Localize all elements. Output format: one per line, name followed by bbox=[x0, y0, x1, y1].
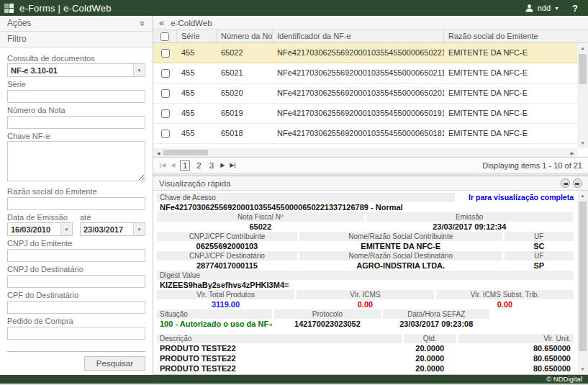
table-row[interactable]: 455 65019 NFe421703062556920001035545500… bbox=[153, 104, 588, 124]
nota-fiscal-label: Nota Fiscal Nº bbox=[157, 212, 364, 222]
row-checkbox[interactable] bbox=[161, 49, 170, 58]
scroll-up-icon[interactable]: ▲ bbox=[577, 43, 588, 53]
user-name: ndd bbox=[538, 4, 551, 12]
col-numero[interactable]: Número da Nota bbox=[217, 30, 273, 42]
col-serie[interactable]: Série bbox=[177, 30, 217, 42]
nome-contribuinte-label: Nome/Razão Social Contribuinte bbox=[299, 232, 502, 241]
nota-fiscal-value: 65022 bbox=[157, 222, 364, 232]
previous-document-button[interactable]: ◀◀ bbox=[561, 178, 570, 188]
cnpj-emitente-input[interactable] bbox=[7, 249, 145, 262]
first-page-button[interactable]: ◀ bbox=[159, 162, 166, 168]
cnpj-destinatario-input[interactable] bbox=[7, 275, 145, 288]
uf-destinatario-label: UF bbox=[505, 251, 574, 261]
row-checkbox[interactable] bbox=[161, 130, 170, 138]
table-row[interactable]: 455 65018 NFe421703062556920001035545500… bbox=[153, 124, 588, 144]
actions-section-header[interactable]: Ações » bbox=[0, 16, 153, 32]
app-window: e-Forms | e-ColdWeb ndd ▼ ? Ações » Filt… bbox=[0, 0, 588, 385]
scrollbar-thumb[interactable] bbox=[579, 201, 587, 351]
sefaz-value: 23/03/2017 09:23:08 bbox=[383, 319, 489, 329]
filter-header-label: Filtro bbox=[7, 32, 27, 47]
date-from-value: 16/03/2010 bbox=[8, 225, 60, 234]
results-panel-header: « e-ColdWeb bbox=[153, 16, 588, 30]
chave-nfe-textarea[interactable] bbox=[7, 141, 145, 181]
table-row[interactable]: 455 65022 NFe421703062556920001035545500… bbox=[153, 43, 588, 63]
cell-identificador: NFe4217030625569200010355455000065019133… bbox=[273, 104, 444, 123]
page-number-2[interactable]: 2 bbox=[195, 161, 202, 170]
cell-identificador: NFe4217030625569200010355455000065018133… bbox=[273, 124, 444, 143]
product-row: PRODUTO TESTE22 20.0000 80.650000 bbox=[157, 353, 574, 363]
table-row[interactable]: 455 65021 NFe421703062556920001035545500… bbox=[153, 63, 588, 83]
vlr-icms-st-value: 0.00 bbox=[436, 299, 574, 309]
copyright-label: © NDDigital bbox=[546, 375, 582, 383]
table-vertical-scrollbar[interactable]: ▲ ▼ bbox=[577, 43, 588, 148]
cnpj-contribuinte-label: CNPJ/CPF Contribuinte bbox=[157, 232, 297, 241]
document-type-value: NF-e 3.10-01 bbox=[8, 66, 133, 75]
uf-destinatario-value: SP bbox=[505, 261, 574, 271]
scrollbar-thumb[interactable] bbox=[163, 150, 208, 155]
cpf-destinatario-input[interactable] bbox=[7, 301, 145, 314]
row-checkbox[interactable] bbox=[161, 69, 170, 78]
help-button[interactable]: ? bbox=[572, 3, 578, 14]
filter-section-header[interactable]: Filtro bbox=[0, 32, 153, 47]
table-row[interactable]: 455 65020 NFe421703062556920001035545500… bbox=[153, 83, 588, 104]
row-checkbox[interactable] bbox=[161, 109, 170, 118]
serie-input[interactable] bbox=[7, 90, 145, 103]
next-page-button[interactable]: ▶ bbox=[220, 162, 225, 168]
scroll-down-icon[interactable]: ▼ bbox=[577, 364, 588, 374]
product-vlr-unit: 80.650000 bbox=[458, 363, 574, 373]
last-page-button[interactable]: ▶ bbox=[230, 162, 236, 168]
select-all-checkbox[interactable] bbox=[160, 32, 169, 41]
col-razao[interactable]: Razão social do Emitente bbox=[444, 30, 588, 42]
razao-emitente-input[interactable] bbox=[7, 197, 145, 210]
product-vlr-unit: 80.650000 bbox=[458, 353, 574, 363]
double-chevron-down-icon[interactable]: » bbox=[135, 21, 150, 26]
nome-contribuinte-value: EMITENTE DA NFC-E bbox=[299, 241, 502, 251]
numero-nota-input[interactable] bbox=[7, 116, 145, 129]
table-header: Série Número da Nota Identificador da NF… bbox=[153, 30, 588, 43]
row-checkbox[interactable] bbox=[161, 89, 170, 98]
vlr-icms-value: 0.00 bbox=[297, 299, 434, 309]
qtd-header: Qtd. bbox=[404, 334, 456, 343]
vlr-unit-header: Vlr. Unit. bbox=[458, 334, 574, 343]
emissao-label: Emissão bbox=[366, 212, 574, 222]
ndd-logo-icon bbox=[4, 4, 14, 13]
collapse-panel-icon[interactable]: « bbox=[159, 18, 164, 27]
results-panel-title: e-ColdWeb bbox=[171, 19, 212, 27]
scroll-down-icon[interactable]: ▼ bbox=[577, 138, 588, 148]
pesquisar-button[interactable]: Pesquisar bbox=[84, 356, 145, 371]
cnpj-contribuinte-value: 06255692000103 bbox=[157, 241, 297, 251]
cell-serie: 455 bbox=[177, 43, 217, 63]
scrollbar-thumb[interactable] bbox=[579, 54, 587, 84]
scroll-right-icon[interactable]: ▶ bbox=[567, 150, 577, 155]
razao-emitente-label: Razão social do Emitente bbox=[7, 187, 145, 196]
col-identificador[interactable]: Identificador da NF-e bbox=[273, 30, 444, 42]
digest-value: KIZEES9haBy2sefhvs4zPHKI3M4= bbox=[157, 280, 574, 290]
quickview-vertical-scrollbar[interactable]: ▲ ▼ bbox=[577, 191, 588, 374]
next-document-button[interactable]: ▶▶ bbox=[573, 178, 582, 188]
cpf-destinatario-label: CPF do Destinatário bbox=[7, 291, 145, 300]
digest-label: Digest Value bbox=[157, 271, 574, 280]
user-menu[interactable]: ndd ▼ bbox=[525, 4, 559, 13]
pedido-compra-input[interactable] bbox=[7, 327, 145, 340]
document-type-select[interactable]: NF-e 3.10-01 ▼ bbox=[7, 63, 145, 77]
scroll-up-icon[interactable]: ▲ bbox=[577, 191, 588, 201]
nome-destinatario-label: Nome/Razão Social Destinatário bbox=[299, 251, 502, 261]
dropdown-arrow-icon: ▼ bbox=[133, 64, 145, 76]
cell-serie: 455 bbox=[177, 104, 217, 123]
cnpj-destinatario-label: CNPJ do Destinatário bbox=[7, 265, 145, 274]
cell-razao: EMITENTE DA NFC-E bbox=[444, 124, 588, 143]
scroll-left-icon[interactable]: ◀ bbox=[153, 150, 163, 155]
date-from-picker[interactable]: 16/03/2010 ▼ bbox=[7, 222, 73, 236]
pedido-compra-label: Pedido de Compra bbox=[7, 317, 145, 326]
filter-form: Consulta de documentos NF-e 3.10-01 ▼ Sé… bbox=[0, 47, 153, 351]
full-view-link[interactable]: Ir para visualização completa bbox=[457, 193, 574, 202]
user-icon bbox=[525, 4, 534, 13]
table-horizontal-scrollbar[interactable]: ◀ ▶ bbox=[153, 148, 577, 157]
date-to-picker[interactable]: 23/03/2017 ▼ bbox=[80, 222, 145, 236]
dropdown-arrow-icon: ▼ bbox=[133, 223, 145, 235]
previous-page-button[interactable]: ◀ bbox=[171, 162, 175, 168]
page-number-1[interactable]: 1 bbox=[180, 160, 190, 171]
page-number-3[interactable]: 3 bbox=[208, 161, 215, 170]
vlr-icms-label: Vlr. ICMS bbox=[297, 290, 434, 299]
filter-sidebar: Ações » Filtro Consulta de documentos NF… bbox=[0, 16, 153, 375]
